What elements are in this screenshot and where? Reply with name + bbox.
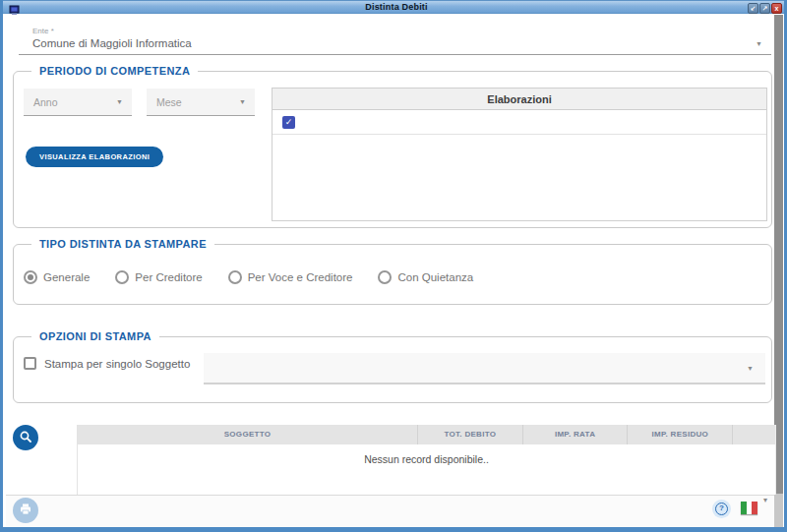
tipo-distinta-radio-group: Generale Per Creditore Per Voce e Credit… (24, 270, 473, 284)
mese-select[interactable]: Mese ▼ (147, 89, 255, 116)
radio-per-voce-e-creditore[interactable]: Per Voce e Creditore (228, 270, 353, 284)
column-header-empty (732, 425, 775, 444)
close-icon[interactable]: x (771, 3, 782, 14)
checkbox-label: Stampa per singolo Soggetto (44, 358, 190, 370)
radio-label: Per Voce e Creditore (248, 271, 353, 283)
periodo-legend: PERIODO DI COMPETENZA (31, 65, 198, 77)
results-table: SOGGETTO TOT. DEBITO IMP. RATA IMP. RESI… (77, 425, 776, 495)
chevron-down-icon: ▼ (239, 98, 246, 105)
caret-down-icon: ▾ (763, 496, 767, 504)
ente-field-label: Ente * (32, 27, 54, 35)
table-row[interactable]: ✓ (272, 110, 766, 135)
elaborazione-checkbox[interactable]: ✓ (282, 116, 295, 129)
column-header-tot-debito[interactable]: TOT. DEBITO (417, 425, 522, 444)
radio-icon (378, 270, 392, 284)
radio-per-creditore[interactable]: Per Creditore (115, 270, 202, 284)
chevron-down-icon: ▼ (747, 365, 754, 372)
radio-icon (24, 270, 37, 284)
maximize-icon[interactable]: ↗ (759, 3, 770, 14)
bottom-bar (6, 495, 774, 527)
empty-records-message: Nessun record disponibile.. (78, 453, 775, 465)
visualizza-elaborazioni-button[interactable]: VISUALIZZA ELABORAZIONI (26, 147, 163, 167)
printer-icon (19, 502, 32, 519)
tipo-distinta-group: TIPO DISTINTA DA STAMPARE Generale Per C… (13, 244, 772, 305)
results-table-header: SOGGETTO TOT. DEBITO IMP. RATA IMP. RESI… (78, 425, 775, 444)
help-icon: ? (715, 502, 728, 515)
help-button[interactable]: ? (712, 500, 731, 518)
search-button[interactable] (13, 425, 38, 450)
tipo-distinta-legend: TIPO DISTINTA DA STAMPARE (31, 238, 214, 250)
radio-icon (115, 270, 129, 284)
radio-label: Generale (43, 271, 90, 283)
column-header-soggetto[interactable]: SOGGETTO (78, 425, 417, 444)
opzioni-stampa-legend: OPZIONI DI STAMPA (31, 330, 159, 342)
periodo-di-competenza-group: PERIODO DI COMPETENZA Anno ▼ Mese ▼ Elab… (13, 71, 772, 228)
column-header-imp-residuo[interactable]: IMP. RESIDUO (627, 425, 732, 444)
ente-select[interactable]: Comune di Maggioli Informatica (32, 37, 192, 49)
radio-generale[interactable]: Generale (24, 270, 90, 284)
elaborazioni-table: Elaborazioni ✓ (272, 88, 767, 221)
print-button[interactable] (13, 498, 38, 523)
ente-underline (19, 54, 771, 55)
anno-select[interactable]: Anno ▼ (24, 89, 132, 116)
minimize-icon[interactable]: ↙ (748, 3, 758, 14)
column-header-imp-rata[interactable]: IMP. RATA (522, 425, 628, 444)
chevron-down-icon[interactable]: ▼ (756, 40, 762, 47)
radio-label: Con Quietanza (397, 271, 473, 283)
anno-select-label: Anno (33, 96, 58, 108)
distinta-debiti-window: Distinta Debiti ↙ ↗ x Ente * Comune di M… (0, 0, 787, 532)
checkbox-icon (24, 357, 36, 370)
radio-icon (228, 270, 242, 284)
title-bar[interactable]: Distinta Debiti ↙ ↗ x (3, 0, 787, 14)
radio-con-quietanza[interactable]: Con Quietanza (378, 270, 473, 284)
elaborazioni-header: Elaborazioni (272, 89, 766, 110)
stampa-singolo-soggetto-checkbox[interactable]: Stampa per singolo Soggetto (24, 357, 190, 370)
window-title: Distinta Debiti (3, 2, 787, 12)
search-icon (19, 430, 32, 446)
window-bottom-border (3, 527, 787, 532)
chevron-down-icon: ▼ (116, 98, 123, 105)
italian-flag-icon[interactable] (741, 502, 757, 514)
radio-label: Per Creditore (135, 271, 202, 283)
soggetto-select[interactable]: ▼ (204, 353, 765, 384)
opzioni-di-stampa-group: OPZIONI DI STAMPA Stampa per singolo Sog… (13, 336, 772, 403)
mese-select-label: Mese (156, 96, 182, 108)
scrollbar-thumb[interactable] (774, 15, 783, 494)
